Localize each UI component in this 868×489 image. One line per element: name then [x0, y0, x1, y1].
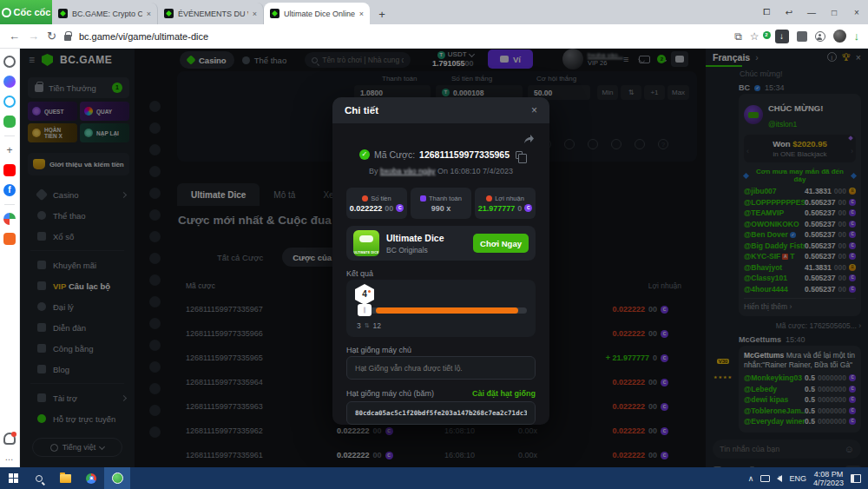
bet-row[interactable]: 126811159977335961 0.02222200C 16:08:10 …	[165, 445, 693, 467]
copy-icon[interactable]	[516, 151, 523, 159]
browser-avatar[interactable]	[833, 30, 846, 43]
won-card[interactable]: ‹ › Won $2020.95 in ONE Blackjack	[744, 135, 856, 162]
tab-close-icon[interactable]: ×	[253, 10, 257, 18]
user-profile[interactable]: bxoba vào...VIP 26	[562, 49, 623, 69]
winner-row[interactable]: @LOPPPPPPPES0.50523700C	[744, 197, 856, 208]
chat-message-input[interactable]	[720, 445, 839, 453]
taskbar-search-icon[interactable]	[26, 467, 52, 489]
screenshot-icon[interactable]: ⧉	[734, 30, 742, 43]
max-button[interactable]: Max	[667, 85, 689, 100]
sidebar-item-forum[interactable]: Diễn đàn	[20, 317, 135, 338]
game-card[interactable]: ULTIMATE DICE Ultimate Dice BC Originals…	[346, 226, 536, 261]
rail-icon[interactable]	[149, 166, 161, 177]
new-tab-button[interactable]: +	[373, 5, 391, 23]
tab-close-icon[interactable]: ×	[147, 10, 151, 18]
more-icon[interactable]: …	[5, 453, 15, 462]
hashed-seed-box[interactable]	[346, 401, 536, 425]
sidebar-item-vip-club[interactable]: VIP Câu lạc bộ	[20, 275, 135, 296]
menu-list-icon[interactable]: ≡	[623, 54, 628, 64]
winner-row[interactable]: @Monkeyking030.50000000C	[744, 373, 856, 384]
forward-icon[interactable]: →	[28, 30, 39, 43]
lock-icon[interactable]	[64, 35, 71, 41]
chrome-icon[interactable]	[78, 467, 104, 489]
spin-tile[interactable]: QUAY	[80, 102, 129, 121]
sidebar-item-casino[interactable]: Casino	[20, 184, 135, 205]
chat-close-icon[interactable]: ×	[856, 52, 861, 63]
facebook-icon[interactable]: f	[3, 184, 16, 196]
hotkeys-icon[interactable]	[588, 139, 598, 149]
winner-row[interactable]: @Classy1010.50523700C	[744, 273, 856, 284]
winner-row[interactable]: @4hour44440.50523700C	[744, 284, 856, 295]
emoji-icon[interactable]: ☺	[845, 444, 854, 454]
rail-icon[interactable]	[149, 231, 161, 242]
add-icon[interactable]: +	[6, 144, 12, 156]
tab-events[interactable]: ÉVÉNEMENTS DU WEEK-EN ×	[158, 3, 264, 24]
sidebar-item-blog[interactable]: Blog	[20, 359, 135, 380]
bet-reference-link[interactable]: Mã cược: 1762505605... ›	[739, 321, 861, 330]
modal-close-icon[interactable]: ×	[531, 104, 537, 116]
rail-icon[interactable]	[149, 101, 161, 112]
file-explorer-icon[interactable]	[52, 467, 78, 489]
cashback-tile[interactable]: HOÀN TIỀN X	[28, 123, 77, 142]
bookmark-star-icon[interactable]: ☆	[750, 30, 760, 43]
zalo-icon[interactable]	[3, 96, 16, 108]
wallet-button[interactable]: Ví	[488, 50, 533, 69]
sidebar-item-support[interactable]: Hỗ trợ trực tuyến	[20, 408, 135, 429]
turbo-icon[interactable]	[564, 139, 575, 149]
rail-icon[interactable]	[149, 122, 161, 134]
range-swap-icon[interactable]: ⇅	[365, 322, 370, 329]
reload-icon[interactable]: ↻	[47, 30, 56, 43]
volume-muted-icon[interactable]	[777, 475, 782, 482]
swap-button[interactable]: ⇅	[621, 85, 641, 100]
bc-logo-text[interactable]: BC.GAME	[60, 54, 112, 66]
show-more-link[interactable]: Hiển thị thêm ›	[744, 298, 856, 311]
rail-icon[interactable]	[149, 144, 161, 155]
chevron-right-icon[interactable]: ›	[755, 52, 759, 63]
media-popup-icon[interactable]: ⧠	[755, 7, 778, 17]
play-now-button[interactable]: Chơi Ngay	[473, 234, 529, 253]
sidebar-item-promotions[interactable]: Khuyến mãi	[20, 254, 135, 275]
rail-icon[interactable]	[149, 405, 161, 416]
winner-row[interactable]: @Everyday winer0.50000000C	[744, 416, 856, 427]
tab-ultimate-dice-info[interactable]: Ultimate Dice	[177, 183, 260, 206]
rail-icon[interactable]	[149, 361, 161, 373]
search-input[interactable]	[322, 56, 404, 64]
language-selector[interactable]: Tiếng việt	[32, 438, 122, 457]
cart-icon[interactable]	[3, 233, 16, 245]
plus-one-button[interactable]: +1	[644, 85, 665, 100]
seed-icon[interactable]	[635, 139, 645, 149]
close-button[interactable]: ×	[845, 8, 868, 17]
tab-bcgame[interactable]: BC.GAME: Crypto Casino Ga ×	[52, 3, 158, 24]
notification-bell-icon[interactable]	[3, 433, 16, 445]
user-avatar[interactable]	[562, 49, 583, 69]
winner-username[interactable]: @itslon1	[768, 120, 797, 129]
profile-icon[interactable]	[815, 31, 825, 42]
info-icon[interactable]: i	[827, 52, 837, 62]
nav-sports[interactable]: Thể thao	[234, 51, 295, 69]
carousel-right-icon[interactable]: ›	[851, 147, 853, 155]
winner-row[interactable]: @Lebedy0.50000000C	[744, 384, 856, 395]
coccoc-brand[interactable]: Cốc cốc	[0, 0, 52, 24]
tab-ultimate-dice[interactable]: Ultimate Dice Online Slot - R ×	[264, 3, 370, 24]
rail-icon[interactable]	[149, 383, 161, 394]
chat-toggle-icon[interactable]	[671, 51, 688, 67]
rail-icon[interactable]	[149, 426, 161, 438]
help-icon[interactable]: ?	[658, 139, 668, 149]
min-button[interactable]: Min	[597, 85, 618, 100]
tray-expand-icon[interactable]: ∧	[748, 474, 754, 483]
tab-close-icon[interactable]: ×	[359, 10, 364, 18]
winner-row[interactable]: @OWONIKOKO0.50523700C	[744, 219, 856, 230]
winner-row[interactable]: @TEAMVIP0.50523700C	[744, 208, 856, 219]
hashed-seed-value[interactable]	[355, 409, 527, 417]
sidebar-item-agency[interactable]: Đại lý	[20, 296, 135, 317]
bettor-name[interactable]: bxoba vào ngày	[380, 167, 436, 175]
quest-tile[interactable]: QUEST	[28, 102, 77, 121]
sidebar-item-sponsorship[interactable]: Tài trợ	[20, 387, 135, 408]
app-icon[interactable]	[3, 213, 16, 225]
carousel-left-icon[interactable]: ‹	[746, 147, 749, 155]
winner-row[interactable]: @TobleroneJam...0.50000000C	[744, 406, 856, 417]
hamburger-icon[interactable]: ≡	[29, 54, 35, 66]
winner-row[interactable]: @KYC-SIFAT0.50523700C	[744, 251, 856, 262]
tab-description[interactable]: Mô tả	[260, 183, 309, 206]
mail-icon[interactable]	[639, 56, 650, 63]
